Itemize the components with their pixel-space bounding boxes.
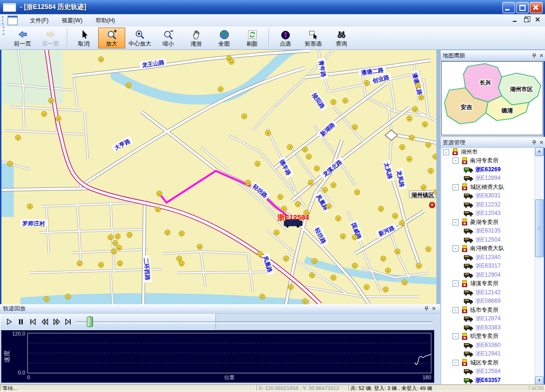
- poi-smiley-marker[interactable]: [242, 114, 247, 119]
- close-button[interactable]: [530, 2, 543, 13]
- skip-end-button[interactable]: [63, 316, 74, 327]
- minimize-button[interactable]: [502, 2, 515, 13]
- poi-smiley-marker[interactable]: [44, 297, 49, 302]
- poi-smiley-marker[interactable]: [407, 116, 412, 121]
- resource-tree[interactable]: -湖州市-南浔专卖所浙E63269浙E12894-城区稽查大队浙E63031浙E…: [441, 147, 544, 385]
- collapse-icon[interactable]: -: [453, 184, 459, 190]
- poi-smiley-marker[interactable]: [407, 157, 412, 162]
- poi-smiley-marker[interactable]: [308, 180, 314, 186]
- pin-icon[interactable]: [423, 306, 430, 312]
- poi-smiley-marker[interactable]: [127, 233, 132, 238]
- tree-item-department[interactable]: -练市专卖所: [441, 306, 544, 315]
- poi-smiley-marker[interactable]: [419, 95, 424, 100]
- tree-item-vehicle[interactable]: 浙E63317: [441, 262, 544, 271]
- tree-item-department[interactable]: -菱湖专卖所: [441, 218, 544, 227]
- tree-item-vehicle[interactable]: 浙E63383: [441, 323, 544, 332]
- poi-smiley-marker[interactable]: [16, 135, 21, 140]
- full-map-button[interactable]: 全图: [211, 28, 238, 48]
- scroll-up-button[interactable]: ▲: [535, 147, 544, 156]
- tree-item-city[interactable]: -湖州市: [441, 148, 544, 157]
- pan-button[interactable]: 漫游: [183, 28, 210, 48]
- poi-smiley-marker[interactable]: [402, 280, 407, 285]
- tree-item-department[interactable]: -城区稽查大队: [441, 183, 544, 192]
- tree-item-vehicle[interactable]: 浙E12941: [441, 350, 544, 359]
- tree-item-vehicle[interactable]: 浙E08669: [441, 297, 544, 306]
- poi-smiley-marker[interactable]: [246, 180, 251, 186]
- poi-smiley-marker[interactable]: [393, 214, 398, 219]
- toolbar-grip-2[interactable]: [3, 27, 7, 35]
- tree-item-department[interactable]: -织里专卖所: [441, 332, 544, 341]
- poi-smiley-marker[interactable]: [260, 294, 265, 299]
- poi-smiley-marker[interactable]: [77, 261, 83, 266]
- tree-item-vehicle[interactable]: 浙E12142: [441, 288, 544, 297]
- fast-forward-button[interactable]: [51, 316, 62, 327]
- close-icon[interactable]: ✕: [538, 52, 545, 59]
- poi-smiley-marker[interactable]: [416, 83, 421, 88]
- poi-smiley-marker[interactable]: [409, 135, 415, 140]
- poi-smiley-marker[interactable]: [413, 107, 418, 112]
- tree-item-vehicle[interactable]: 浙E12504: [441, 235, 544, 244]
- poi-smiley-marker[interactable]: [115, 234, 120, 239]
- tree-item-vehicle[interactable]: 浙E63360: [441, 341, 544, 350]
- poi-smiley-marker[interactable]: [179, 231, 185, 236]
- overview-map[interactable]: 长兴湖州市区安吉德清: [441, 61, 543, 135]
- poi-smiley-marker[interactable]: [400, 145, 405, 150]
- tree-item-vehicle[interactable]: 浙E63031: [441, 192, 544, 201]
- poi-smiley-marker[interactable]: [229, 59, 234, 65]
- point-select-button[interactable]: 点选: [272, 28, 299, 48]
- poi-smiley-marker[interactable]: [255, 161, 260, 167]
- poi-smiley-marker[interactable]: [400, 221, 405, 226]
- tree-item-department[interactable]: -南浔稽查大队: [441, 244, 544, 253]
- close-icon[interactable]: ✕: [538, 139, 545, 146]
- poi-smiley-marker[interactable]: [383, 287, 388, 292]
- poi-smiley-marker[interactable]: [284, 256, 289, 261]
- collapse-icon[interactable]: -: [453, 219, 459, 225]
- poi-smiley-marker[interactable]: [99, 262, 104, 268]
- poi-smiley-marker[interactable]: [197, 244, 203, 250]
- poi-smiley-marker[interactable]: [331, 100, 336, 105]
- poi-smiley-marker[interactable]: [331, 183, 336, 188]
- poi-smiley-marker[interactable]: [56, 116, 61, 121]
- poi-smiley-marker[interactable]: [113, 241, 118, 246]
- play-button[interactable]: [3, 316, 15, 327]
- poi-smiley-marker[interactable]: [288, 285, 294, 290]
- query-button[interactable]: 查询: [328, 28, 355, 48]
- menu-file[interactable]: 文件(F): [25, 15, 53, 26]
- poi-smiley-marker[interactable]: [49, 98, 54, 103]
- poi-smiley-marker[interactable]: [314, 166, 320, 171]
- tree-item-vehicle[interactable]: 浙E12874: [441, 315, 544, 324]
- collapse-icon[interactable]: -: [453, 280, 459, 287]
- poi-smiley-marker[interactable]: [364, 285, 369, 290]
- tree-item-vehicle[interactable]: 浙E12043: [441, 209, 544, 218]
- poi-smiley-marker[interactable]: [379, 206, 384, 212]
- poi-smiley-marker[interactable]: [352, 235, 358, 240]
- collapse-icon[interactable]: -: [453, 245, 459, 252]
- poi-smiley-marker[interactable]: [165, 230, 170, 235]
- refresh-button[interactable]: 刷新: [239, 28, 266, 48]
- cancel-button[interactable]: 取消: [70, 28, 97, 48]
- poi-smiley-marker[interactable]: [99, 57, 104, 62]
- poi-smiley-marker[interactable]: [326, 204, 332, 209]
- poi-smiley-marker[interactable]: [296, 202, 301, 207]
- collapse-icon[interactable]: -: [453, 360, 459, 366]
- tree-item-department[interactable]: -城区专卖所: [441, 358, 544, 367]
- poi-smiley-marker[interactable]: [287, 145, 293, 150]
- pin-icon[interactable]: [531, 52, 538, 59]
- menu-window[interactable]: 视窗(W): [57, 15, 87, 26]
- poi-smiley-marker[interactable]: [355, 190, 360, 195]
- poi-smiley-marker[interactable]: [428, 168, 434, 174]
- collapse-icon[interactable]: -: [453, 333, 459, 339]
- poi-smiley-marker[interactable]: [395, 249, 400, 254]
- collapse-icon[interactable]: -: [453, 158, 459, 164]
- tree-item-vehicle[interactable]: 浙E12340: [441, 253, 544, 262]
- poi-smiley-marker[interactable]: [310, 273, 315, 278]
- scroll-thumb[interactable]: [535, 199, 544, 257]
- playback-slider-track[interactable]: [76, 321, 433, 324]
- child-restore-button[interactable]: [523, 17, 530, 23]
- tree-item-vehicle[interactable]: 浙E12584: [441, 367, 544, 376]
- poi-smiley-marker[interactable]: [306, 154, 312, 159]
- tree-scrollbar[interactable]: ▲ ▼: [535, 147, 543, 384]
- collapse-icon[interactable]: -: [443, 149, 449, 155]
- poi-smiley-marker[interactable]: [126, 83, 131, 88]
- tree-item-vehicle[interactable]: 浙E12232: [441, 200, 544, 209]
